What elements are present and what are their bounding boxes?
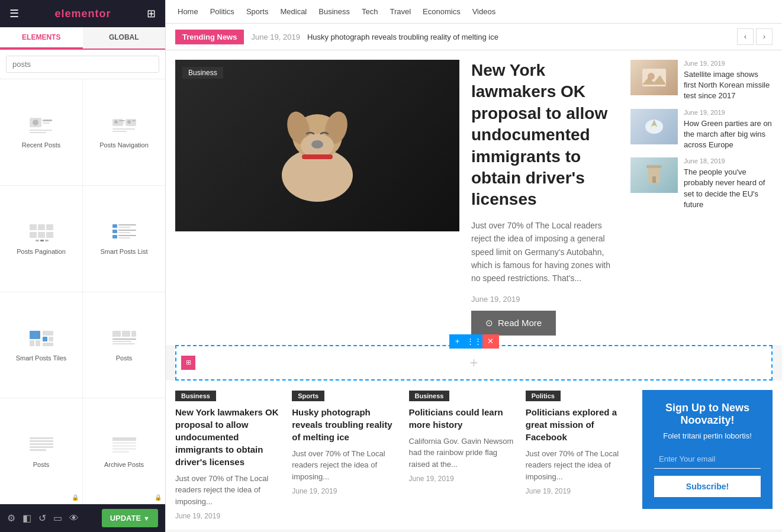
svg-rect-39 <box>49 337 53 341</box>
trending-bar: Trending News June 19, 2019 Husky photog… <box>166 24 782 50</box>
widget-posts-navigation[interactable]: Posts Navigation <box>83 79 165 185</box>
post-card-1-date: June 19, 2019 <box>175 512 282 520</box>
hamburger-icon[interactable]: ☰ <box>9 7 19 20</box>
svg-rect-27 <box>118 227 130 228</box>
post-card-1-title: New York lawmakers OK proposal to allow … <box>175 406 282 468</box>
nav-medical[interactable]: Medical <box>280 7 307 16</box>
svg-rect-47 <box>30 437 53 439</box>
update-button[interactable]: UPDATE ▼ <box>102 509 158 527</box>
responsive-icon[interactable]: ▭ <box>53 512 62 524</box>
layers-icon[interactable]: ◧ <box>22 512 31 524</box>
builder-add-button[interactable]: + <box>449 334 466 349</box>
search-input[interactable] <box>6 56 159 73</box>
svg-rect-41 <box>112 331 121 337</box>
svg-rect-63 <box>302 154 333 159</box>
trending-headline: Husky photograph reveals troubling reali… <box>307 33 730 41</box>
tab-elements[interactable]: ELEMENTS <box>0 27 83 49</box>
eye-icon[interactable]: 👁 <box>69 513 79 524</box>
widget-smart-posts-tiles[interactable]: Smart Posts Tiles <box>0 292 82 398</box>
posts-locked-icon <box>27 435 56 456</box>
svg-rect-26 <box>118 224 136 225</box>
featured-section: Business New York lawmakers OK proposal … <box>166 50 782 345</box>
history-icon[interactable]: ↺ <box>38 512 46 524</box>
builder-move-button[interactable]: ⋮⋮ <box>466 334 482 349</box>
post-card-3-date: June 19, 2019 <box>409 475 516 483</box>
svg-rect-20 <box>38 232 45 238</box>
sidebar-post-date-2: June 19, 2019 <box>684 109 773 116</box>
settings-icon[interactable]: ⚙ <box>7 512 15 524</box>
signup-title: Sign Up to News Noovazity! <box>654 402 761 427</box>
grid-icon[interactable]: ⊞ <box>147 7 156 20</box>
svg-rect-50 <box>30 446 53 448</box>
post-card-2-category: Sports <box>292 391 324 401</box>
nav-politics[interactable]: Politics <box>210 7 234 16</box>
post-card-4-title: Politicians explored a great mission of … <box>526 406 633 443</box>
svg-rect-51 <box>30 449 46 451</box>
signup-email-input[interactable] <box>654 450 761 469</box>
svg-rect-49 <box>30 443 53 445</box>
svg-rect-16 <box>30 224 37 230</box>
svg-rect-22 <box>36 240 39 241</box>
sidebar-post-content-2: June 19, 2019 How Green parties are on t… <box>684 109 773 151</box>
tab-global[interactable]: GLOBAL <box>83 27 166 49</box>
smart-posts-tiles-label: Smart Posts Tiles <box>16 354 67 362</box>
builder-close-button[interactable]: ✕ <box>482 334 499 349</box>
svg-rect-3 <box>43 122 50 124</box>
widget-posts[interactable]: Posts <box>83 292 165 398</box>
svg-rect-37 <box>43 331 53 336</box>
svg-rect-35 <box>30 340 34 346</box>
svg-rect-24 <box>45 240 49 241</box>
nav-economics[interactable]: Economics <box>423 7 461 16</box>
post-card-1-category: Business <box>175 391 216 401</box>
widget-posts-pagination[interactable]: Posts Pagination <box>0 186 82 292</box>
svg-point-7 <box>114 120 118 124</box>
post-card-2-date: June 19, 2019 <box>292 487 399 495</box>
widget-archive-posts[interactable]: Archive Posts 🔒 <box>83 398 165 504</box>
trending-next-button[interactable]: › <box>756 28 773 45</box>
sidebar-post-3: June 18, 2019 The people you've probably… <box>630 157 773 210</box>
nav-tech[interactable]: Tech <box>362 7 378 16</box>
post-card-2-title: Husky photograph reveals troubling reali… <box>292 406 399 443</box>
widget-smart-posts-list[interactable]: Smart Posts List <box>83 186 165 292</box>
svg-rect-42 <box>122 331 130 337</box>
svg-rect-36 <box>36 340 40 346</box>
read-more-button[interactable]: ⊙ Read More <box>471 311 556 336</box>
svg-rect-34 <box>30 331 40 339</box>
widget-recent-posts[interactable]: Recent Posts <box>0 79 82 185</box>
svg-rect-38 <box>43 337 47 341</box>
svg-rect-23 <box>40 240 44 241</box>
posts-pagination-icon <box>27 222 56 243</box>
bottom-icons: ⚙ ◧ ↺ ▭ 👁 <box>7 512 79 524</box>
svg-rect-55 <box>112 448 136 450</box>
svg-rect-33 <box>118 237 130 238</box>
sidebar-posts: June 19, 2019 Satellite image shows firs… <box>630 60 773 336</box>
builder-plus-icon[interactable]: + <box>469 354 478 371</box>
nav-videos[interactable]: Videos <box>472 7 496 16</box>
builder-section-icon: ⊞ <box>181 356 195 370</box>
trending-prev-button[interactable]: ‹ <box>737 28 754 45</box>
post-card-2: Sports Husky photograph reveals troublin… <box>292 390 399 496</box>
svg-rect-40 <box>43 343 53 346</box>
post-card-2-excerpt: Just over 70% of The Local readers rejec… <box>292 448 399 483</box>
search-bar <box>0 50 165 79</box>
trending-arrows: ‹ › <box>737 28 773 45</box>
svg-rect-29 <box>118 230 136 231</box>
nav-travel[interactable]: Travel <box>390 7 411 16</box>
nav-business[interactable]: Business <box>318 7 350 16</box>
svg-rect-4 <box>30 130 52 131</box>
svg-rect-52 <box>112 437 136 441</box>
nav-home[interactable]: Home <box>178 7 198 16</box>
nav-sports[interactable]: Sports <box>246 7 269 16</box>
post-card-4-category: Politics <box>526 391 561 401</box>
svg-rect-70 <box>646 165 662 168</box>
signup-subscribe-button[interactable]: Subscribe! <box>654 476 761 497</box>
posts-icon <box>110 328 139 350</box>
widgets-grid: Recent Posts Posts Navigation <box>0 79 165 504</box>
post-card-3: Business Politicians could learn more hi… <box>409 390 516 483</box>
signup-subtitle: Folet tritani pertin lobortis! <box>654 431 761 440</box>
lock-icon-archive: 🔒 <box>155 494 162 501</box>
posts-locked-label: Posts <box>33 461 50 468</box>
update-arrow-icon: ▼ <box>143 515 150 522</box>
sidebar-post-title-3: The people you've probably never heard o… <box>684 167 773 210</box>
widget-posts-locked[interactable]: Posts 🔒 <box>0 398 82 504</box>
